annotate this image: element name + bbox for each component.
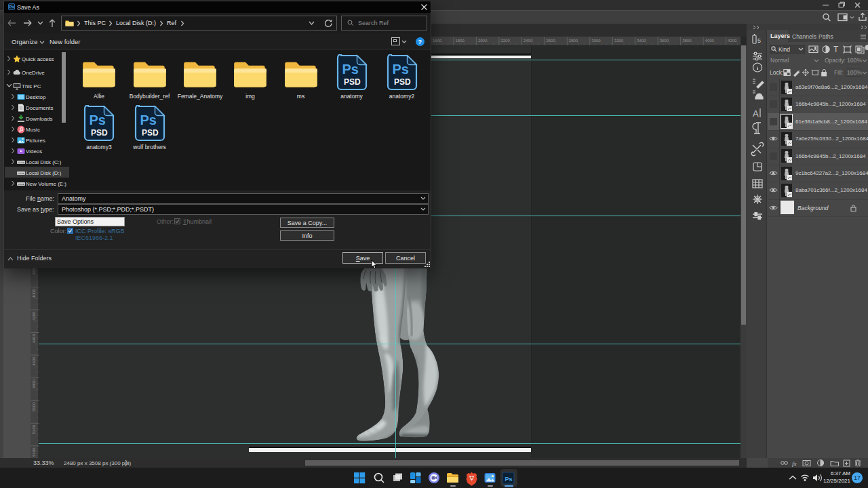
- svg-text:PSD: PSD: [394, 77, 411, 87]
- svg-text:Ps: Ps: [342, 62, 358, 77]
- svg-text:3600: 3600: [660, 39, 669, 43]
- svg-text:PSD: PSD: [91, 128, 108, 138]
- svg-text:Ps: Ps: [140, 113, 156, 127]
- svg-text:3400: 3400: [637, 39, 646, 43]
- svg-text:2200: 2200: [500, 39, 510, 43]
- svg-text:Ps: Ps: [90, 113, 106, 127]
- svg-text:4000: 4000: [32, 288, 36, 298]
- svg-text:2400: 2400: [524, 39, 533, 43]
- svg-text:1600: 1600: [433, 39, 442, 43]
- svg-text:5400: 5400: [32, 447, 36, 457]
- svg-text:5200: 5200: [32, 424, 36, 434]
- svg-text:A: A: [753, 108, 759, 119]
- svg-text:T: T: [833, 45, 839, 54]
- svg-text:5: 5: [757, 37, 761, 44]
- svg-text:4600: 4600: [32, 357, 36, 366]
- svg-text:fx: fx: [792, 460, 797, 467]
- svg-text:4000: 4000: [705, 39, 715, 43]
- svg-text:3000: 3000: [591, 39, 601, 43]
- svg-text:3800: 3800: [682, 39, 692, 43]
- svg-text:3200: 3200: [614, 39, 624, 43]
- svg-text:Ps: Ps: [505, 476, 513, 483]
- svg-text:PSD: PSD: [142, 128, 159, 138]
- svg-text:4400: 4400: [32, 333, 36, 343]
- svg-text:5000: 5000: [32, 402, 36, 411]
- svg-text:2000: 2000: [478, 39, 488, 43]
- svg-text:4800: 4800: [32, 379, 36, 388]
- svg-text:2600: 2600: [546, 39, 555, 43]
- svg-text:4200: 4200: [728, 39, 737, 43]
- svg-text:Ps: Ps: [392, 62, 408, 77]
- svg-text:2800: 2800: [569, 39, 578, 43]
- svg-text:4200: 4200: [32, 311, 36, 321]
- svg-text:PSD: PSD: [344, 77, 361, 87]
- svg-text:1800: 1800: [456, 39, 465, 43]
